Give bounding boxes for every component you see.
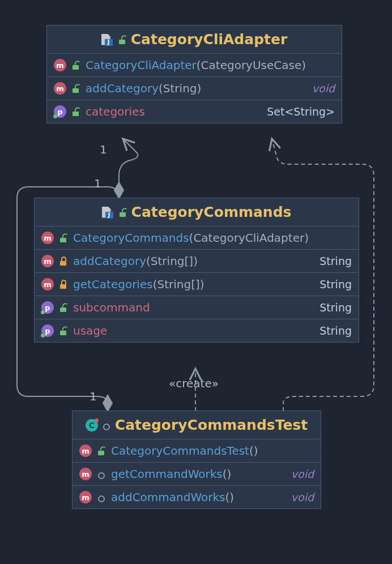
- lock-icon: [59, 257, 67, 266]
- return-type: String: [319, 324, 352, 337]
- member-row: m getCommandWorks() void: [73, 462, 321, 485]
- member-signature: CategoryCommandsTest(): [111, 444, 314, 458]
- lock-icon: [59, 280, 67, 289]
- class-box-adapter: J CategoryCliAdapter m CategoryCliAdapte…: [46, 25, 342, 123]
- package-visibility-icon: [97, 494, 105, 501]
- property-icon: p: [41, 324, 54, 337]
- members-section: m CategoryCommands(CategoryCliAdapter) m…: [35, 227, 359, 342]
- member-row: p subcommand String: [35, 296, 359, 319]
- member-signature: CategoryCommands(CategoryCliAdapter): [73, 231, 352, 245]
- member-row: p categories Set<String>: [47, 100, 342, 123]
- package-visibility-icon: [97, 471, 105, 478]
- member-signature: usage: [73, 324, 314, 337]
- multiplicity-label: 1: [90, 390, 97, 403]
- property-icon: p: [41, 301, 54, 314]
- member-row: m CategoryCliAdapter(CategoryUseCase): [47, 54, 342, 76]
- multiplicity-label: 1: [100, 143, 107, 156]
- unlock-icon: [97, 446, 105, 455]
- method-icon: m: [41, 278, 54, 290]
- member-row: m CategoryCommandsTest(): [73, 439, 321, 462]
- method-icon: m: [41, 255, 54, 267]
- class-box-test: C CategoryCommandsTest m CategoryCommand…: [72, 411, 321, 509]
- class-name: CategoryCommands: [131, 204, 292, 220]
- class-name: CategoryCliAdapter: [131, 31, 288, 48]
- method-icon: m: [41, 232, 54, 244]
- return-type: void: [291, 468, 314, 480]
- return-type: void: [312, 82, 335, 95]
- member-signature: CategoryCliAdapter(CategoryUseCase): [86, 58, 335, 72]
- unlock-icon: [72, 107, 80, 116]
- member-signature: categories: [86, 105, 261, 118]
- method-icon: m: [79, 491, 92, 503]
- package-visibility-icon: [103, 422, 110, 429]
- member-row: m addCategory(String) void: [47, 76, 342, 100]
- unlock-icon: [59, 326, 67, 335]
- class-title: J CategoryCliAdapter: [47, 25, 342, 54]
- return-type: void: [291, 491, 314, 503]
- class-name: CategoryCommandsTest: [115, 417, 308, 433]
- member-row: m addCategory(String[]) String: [35, 249, 359, 272]
- return-type: String: [319, 255, 352, 267]
- method-icon: m: [54, 59, 66, 71]
- multiplicity-label: 1: [94, 177, 101, 190]
- member-row: m addCommandWorks() void: [73, 485, 321, 509]
- member-signature: subcommand: [73, 301, 314, 314]
- unlock-icon: [59, 303, 67, 312]
- unlock-icon: [72, 61, 80, 70]
- members-section: m CategoryCommandsTest() m getCommandWor…: [73, 439, 321, 509]
- return-type: String: [319, 278, 352, 290]
- member-signature: addCategory(String): [86, 82, 306, 95]
- test-class-icon: C: [86, 419, 98, 431]
- property-icon: p: [54, 105, 66, 118]
- return-type: String: [319, 301, 352, 314]
- member-signature: addCommandWorks(): [111, 490, 286, 504]
- unlock-icon: [59, 233, 67, 242]
- member-row: m CategoryCommands(CategoryCliAdapter): [35, 227, 359, 249]
- member-signature: addCategory(String[]): [73, 254, 314, 268]
- member-row: m getCategories(String[]) String: [35, 272, 359, 296]
- method-icon: m: [79, 445, 92, 457]
- member-signature: getCategories(String[]): [73, 277, 314, 291]
- method-icon: m: [79, 468, 92, 480]
- member-signature: getCommandWorks(): [111, 467, 286, 481]
- class-title: C CategoryCommandsTest: [73, 411, 321, 439]
- return-type: Set<String>: [267, 105, 335, 118]
- member-row: p usage String: [35, 319, 359, 342]
- class-title: J CategoryCommands: [35, 198, 359, 227]
- java-file-icon: J: [102, 206, 114, 219]
- unlock-icon: [72, 84, 80, 93]
- unlock-icon: [118, 35, 126, 44]
- stereotype-label: «create»: [169, 377, 219, 390]
- method-icon: m: [54, 82, 66, 95]
- class-box-commands: J CategoryCommands m CategoryCommands(Ca…: [34, 198, 359, 343]
- unlock-icon: [119, 208, 127, 217]
- java-file-icon: J: [101, 33, 114, 46]
- members-section: m CategoryCliAdapter(CategoryUseCase) m …: [47, 54, 342, 123]
